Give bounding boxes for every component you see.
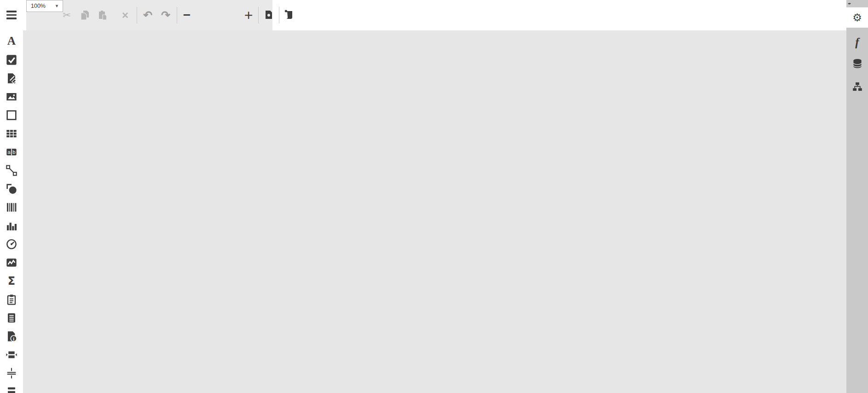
- sparkline-icon[interactable]: [6, 257, 17, 268]
- vertical-spacer-icon[interactable]: [6, 368, 17, 379]
- subreport-icon[interactable]: [6, 312, 17, 323]
- report-designer: ✂ ✕ ↶ ↷ − 100% ▼ + AabΣi ◂▪: [0, 0, 868, 393]
- collapse-panel-icon[interactable]: ◂▪: [848, 1, 851, 6]
- barcode-icon[interactable]: [6, 202, 17, 213]
- image-icon[interactable]: [6, 91, 17, 102]
- toolbar-separator: [137, 7, 137, 23]
- properties-gear-icon[interactable]: ⚙: [846, 7, 868, 28]
- functions-icon[interactable]: f: [846, 32, 868, 53]
- design-canvas: [23, 30, 846, 393]
- component-toolbox: AabΣi: [0, 0, 23, 393]
- cut-icon[interactable]: ✂: [60, 0, 73, 30]
- delete-icon[interactable]: ✕: [119, 0, 132, 30]
- hamburger-menu-icon[interactable]: [6, 11, 17, 20]
- table-icon[interactable]: [6, 128, 17, 139]
- chart-icon[interactable]: [6, 220, 17, 231]
- more-icon[interactable]: [6, 386, 17, 393]
- zoom-value: 100%: [27, 3, 55, 9]
- paste-icon[interactable]: [96, 0, 109, 30]
- zoom-select[interactable]: 100% ▼: [26, 0, 63, 12]
- svg-text:A: A: [7, 36, 16, 47]
- svg-text:a: a: [8, 149, 11, 155]
- line-icon[interactable]: [6, 165, 17, 176]
- clipboard-icon[interactable]: [6, 294, 17, 305]
- zoom-in-icon[interactable]: +: [242, 0, 255, 30]
- page-info-icon[interactable]: i: [6, 331, 17, 342]
- svg-text:i: i: [13, 336, 14, 341]
- toolbar-separator: [279, 7, 279, 23]
- main-toolbar: ✂ ✕ ↶ ↷ − 100% ▼ +: [26, 0, 272, 30]
- panel-icon[interactable]: [6, 110, 17, 121]
- math-icon[interactable]: Σ: [6, 276, 17, 287]
- svg-text:b: b: [12, 149, 15, 155]
- preview-icon[interactable]: [263, 0, 276, 30]
- gauge-icon[interactable]: [6, 239, 17, 250]
- copy-icon[interactable]: [78, 0, 91, 30]
- shape-icon[interactable]: [6, 183, 17, 194]
- horizontal-spacer-icon[interactable]: [6, 349, 17, 360]
- rich-text-icon[interactable]: [6, 73, 17, 84]
- data-sources-icon[interactable]: [846, 53, 868, 74]
- right-sidebar: ◂▪ ⚙ f: [846, 0, 868, 393]
- cross-tab-icon[interactable]: ab: [6, 147, 17, 158]
- svg-text:Σ: Σ: [8, 276, 15, 287]
- redo-icon[interactable]: ↷: [159, 0, 172, 30]
- toolbar-separator: [258, 7, 259, 23]
- toolbar-separator: [177, 7, 177, 23]
- text-icon[interactable]: A: [6, 36, 17, 47]
- report-tree-icon[interactable]: [846, 76, 868, 97]
- zoom-out-icon[interactable]: −: [180, 0, 193, 30]
- checkbox-icon[interactable]: [6, 54, 17, 65]
- undo-icon[interactable]: ↶: [141, 0, 154, 30]
- page-script-icon[interactable]: [283, 0, 295, 30]
